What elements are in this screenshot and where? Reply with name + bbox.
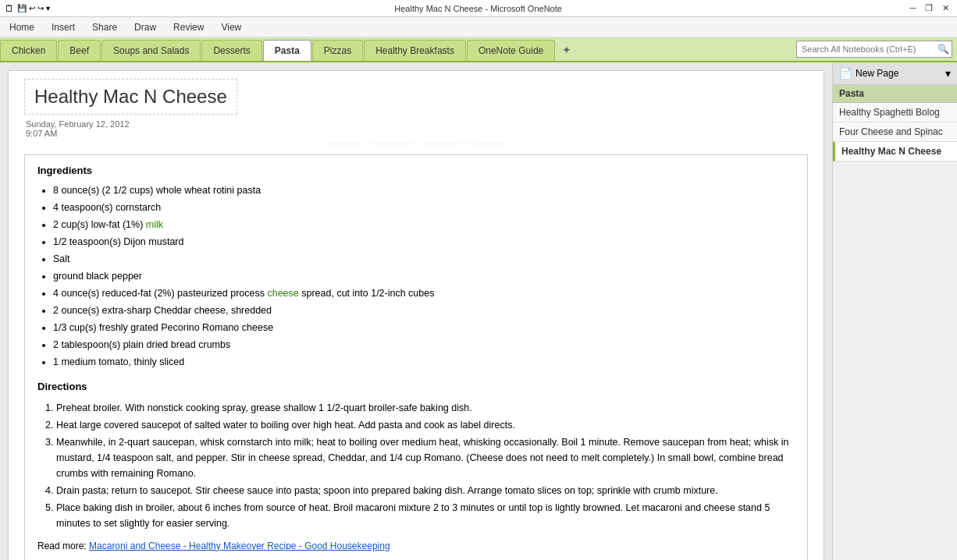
sidebar-item-healthy-mac[interactable]: Healthy Mac N Cheese bbox=[833, 142, 957, 161]
menu-share[interactable]: Share bbox=[86, 20, 123, 34]
save-icon[interactable]: 💾 bbox=[17, 4, 27, 12]
list-item: 1/2 teaspoon(s) Dijon mustard bbox=[53, 234, 795, 250]
list-item: 1 medium tomato, thinly sliced bbox=[53, 354, 795, 370]
list-item: Preheat broiler. With nonstick cooking s… bbox=[56, 400, 795, 416]
tab-pizzas[interactable]: Pizzas bbox=[312, 40, 363, 61]
list-item: Salt bbox=[53, 251, 795, 267]
list-item: Heat large covered saucepot of salted wa… bbox=[56, 417, 795, 433]
list-item: 1/3 cup(s) freshly grated Pecorino Roman… bbox=[53, 320, 795, 335]
search-container: 🔍 bbox=[796, 41, 952, 58]
sidebar: 📄 New Page ▾ Pasta Healthy Spaghetti Bol… bbox=[832, 62, 957, 560]
read-more: Read more: Macaroni and Cheese - Healthy… bbox=[37, 539, 795, 554]
ingredients-header: Ingredients bbox=[37, 163, 795, 179]
list-item: 4 ounce(s) reduced-fat (2%) pasteurized … bbox=[53, 285, 795, 301]
tab-pasta[interactable]: Pasta bbox=[263, 40, 311, 61]
list-item: 2 tablespoon(s) plain dried bread crumbs bbox=[53, 337, 795, 353]
main-layout: Healthy Mac N Cheese Sunday, February 12… bbox=[0, 62, 957, 560]
menu-home[interactable]: Home bbox=[3, 20, 41, 34]
content-area: Healthy Mac N Cheese Sunday, February 12… bbox=[0, 62, 832, 560]
dotted-separator: · · · · · · · · · · · · · · · · · · · · … bbox=[24, 140, 808, 148]
tab-beef[interactable]: Beef bbox=[58, 40, 101, 61]
undo-icon[interactable]: ↩ bbox=[29, 4, 35, 12]
title-bar-left: 🗒 💾 ↩ ↪ ▾ bbox=[5, 3, 50, 14]
menu-insert[interactable]: Insert bbox=[45, 20, 81, 34]
note-date: Sunday, February 12, 2012 bbox=[26, 119, 808, 129]
title-bar: 🗒 💾 ↩ ↪ ▾ Healthy Mac N Cheese - Microso… bbox=[0, 0, 957, 17]
search-icon[interactable]: 🔍 bbox=[937, 44, 949, 55]
directions-header: Directions bbox=[37, 379, 795, 395]
tab-healthy-breakfasts[interactable]: Healthy Breakfasts bbox=[364, 40, 466, 61]
list-item: Drain pasta; return to saucepot. Stir ch… bbox=[56, 483, 795, 498]
title-bar-controls: ─ ❐ ✕ bbox=[906, 3, 952, 13]
menu-view[interactable]: View bbox=[215, 20, 247, 34]
dropdown-icon[interactable]: ▾ bbox=[945, 67, 951, 80]
sidebar-item-four-cheese[interactable]: Four Cheese and Spinac bbox=[833, 122, 957, 142]
new-page-icon: 📄 bbox=[839, 67, 852, 80]
list-item: Meanwhile, in 2-quart saucepan, whisk co… bbox=[56, 434, 795, 481]
tab-onenote-guide[interactable]: OneNote Guide bbox=[467, 40, 555, 61]
ribbon-tabs: Chicken Beef Soups and Salads Desserts P… bbox=[0, 37, 957, 62]
sidebar-section-label: Pasta bbox=[833, 85, 957, 103]
add-tab-btn[interactable]: ✦ bbox=[556, 39, 578, 61]
list-item: 8 ounce(s) (2 1/2 cups) whole wheat roti… bbox=[53, 183, 795, 198]
restore-btn[interactable]: ❐ bbox=[922, 3, 936, 13]
app-icon: 🗒 bbox=[5, 3, 14, 14]
menu-bar: Home Insert Share Draw Review View bbox=[0, 17, 957, 37]
list-item: ground black pepper bbox=[53, 268, 795, 284]
list-item: 2 ounce(s) extra-sharp Cheddar cheese, s… bbox=[53, 303, 795, 318]
tab-soups-and-salads[interactable]: Soups and Salads bbox=[101, 40, 201, 61]
menu-review[interactable]: Review bbox=[167, 20, 210, 34]
window-title: Healthy Mac N Cheese - Microsoft OneNote bbox=[50, 4, 906, 13]
search-input[interactable] bbox=[796, 41, 952, 58]
cheese-link[interactable]: cheese bbox=[267, 288, 298, 299]
minimize-btn[interactable]: ─ bbox=[906, 3, 919, 13]
new-page-btn[interactable]: 📄 New Page ▾ bbox=[833, 62, 957, 85]
directions-list: Preheat broiler. With nonstick cooking s… bbox=[56, 400, 795, 531]
redo-icon[interactable]: ↪ bbox=[37, 4, 44, 12]
note-container: Healthy Mac N Cheese Sunday, February 12… bbox=[8, 70, 824, 560]
quick-access: 💾 ↩ ↪ ▾ bbox=[17, 4, 50, 12]
read-more-link[interactable]: Macaroni and Cheese - Healthy Makeover R… bbox=[89, 541, 390, 551]
ingredients-list: 8 ounce(s) (2 1/2 cups) whole wheat roti… bbox=[53, 183, 795, 370]
milk-link[interactable]: milk bbox=[146, 219, 163, 230]
new-page-label: New Page bbox=[856, 68, 898, 79]
sidebar-item-healthy-spaghetti[interactable]: Healthy Spaghetti Bolog bbox=[833, 103, 957, 122]
tab-chicken[interactable]: Chicken bbox=[0, 40, 57, 61]
list-item: 2 cup(s) low-fat (1%) milk bbox=[53, 217, 795, 232]
recipe-box: Ingredients 8 ounce(s) (2 1/2 cups) whol… bbox=[24, 154, 808, 560]
list-item: 4 teaspoon(s) cornstarch bbox=[53, 200, 795, 215]
tab-desserts[interactable]: Desserts bbox=[201, 40, 261, 61]
list-item: Place baking dish in broiler, about 6 in… bbox=[56, 500, 795, 531]
note-title[interactable]: Healthy Mac N Cheese bbox=[24, 79, 237, 115]
note-time: 9:07 AM bbox=[26, 129, 808, 138]
menu-draw[interactable]: Draw bbox=[128, 20, 162, 34]
close-btn[interactable]: ✕ bbox=[939, 3, 952, 13]
